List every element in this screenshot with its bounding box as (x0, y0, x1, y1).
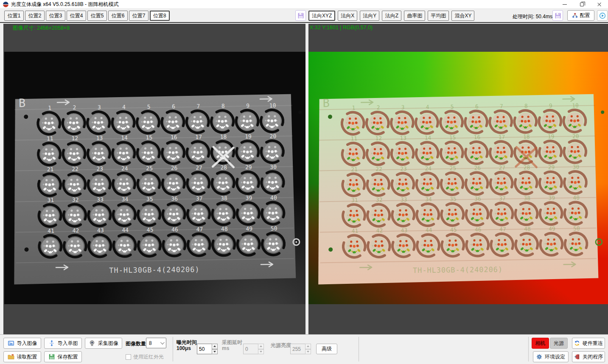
import-images-button[interactable]: 导入图像 (3, 338, 41, 349)
capture-images-button[interactable]: 采集图像 (85, 338, 122, 349)
svg-text:+: + (568, 180, 570, 184)
svg-text:-: - (104, 213, 105, 217)
right-image-view[interactable]: BTH-HL30GB-4(240206)1+-2+-3+-4+-5+-6+-7+… (308, 52, 608, 304)
position-tab-1[interactable]: 位置1 (4, 11, 24, 21)
svg-text:+: + (470, 243, 472, 247)
svg-text:+: + (265, 180, 267, 184)
svg-text:49: 49 (549, 226, 555, 232)
advanced-button[interactable]: 高级 (316, 344, 337, 354)
svg-text:TH-HL30GB-4(240206): TH-HL30GB-4(240206) (413, 265, 503, 274)
processing-time: 处理时间: 50.4ms (512, 13, 552, 20)
position-tab-8[interactable]: 位置8 (150, 11, 170, 21)
svg-text:-: - (203, 181, 204, 185)
svg-text:-: - (153, 181, 154, 185)
config-button[interactable]: 配置 (567, 10, 594, 21)
environment-settings-button[interactable]: 环境设定 (533, 351, 569, 362)
save-config-button[interactable]: 保存配置 (44, 351, 82, 362)
svg-text:+: + (42, 182, 45, 187)
position-tab-3[interactable]: 位置3 (46, 11, 65, 21)
position-tab-7[interactable]: 位置7 (129, 11, 148, 21)
import-single-button[interactable]: 导入单图 (44, 338, 82, 349)
svg-text:+: + (92, 182, 94, 186)
left-image-info: 图像尺寸: 2456×2058×8 (13, 25, 70, 32)
svg-text:37: 37 (196, 195, 203, 202)
delay-input (243, 344, 258, 354)
position-tab-5[interactable]: 位置5 (87, 11, 107, 21)
svg-text:27: 27 (499, 165, 505, 171)
svg-text:+: + (167, 212, 169, 216)
svg-text:-: - (154, 212, 155, 216)
svg-text:+: + (116, 151, 118, 155)
svg-text:B: B (323, 96, 330, 109)
svg-text:26: 26 (474, 165, 481, 171)
floppy-disk-icon (555, 12, 561, 19)
position-tab-4[interactable]: 位置4 (67, 11, 86, 21)
svg-text:-: - (383, 182, 384, 186)
position-tab-6[interactable]: 位置6 (108, 11, 128, 21)
view-tab-6[interactable]: 平均图 (428, 11, 449, 21)
close-program-button[interactable]: 关闭程序 (572, 351, 605, 362)
svg-text:47: 47 (196, 226, 203, 232)
view-tab-3[interactable]: 法向Y (360, 11, 379, 21)
svg-text:-: - (78, 151, 80, 155)
arrow-down-icon (307, 351, 309, 353)
svg-text:+: + (240, 149, 242, 154)
svg-text:9: 9 (246, 103, 249, 109)
view-tab-5[interactable]: 曲率图 (404, 11, 425, 21)
left-image-view[interactable]: BTH-HL30GB-4(240206)1+-2+-3+-4+-5+-6+-7+… (4, 52, 305, 304)
position-tab-2[interactable]: 位置2 (25, 11, 45, 21)
save-result-button[interactable] (552, 10, 563, 21)
svg-text:-: - (228, 242, 230, 246)
svg-text:+: + (568, 149, 570, 154)
svg-text:29: 29 (245, 164, 252, 171)
svg-text:+: + (420, 120, 422, 124)
svg-text:30: 30 (270, 164, 277, 170)
svg-text:15: 15 (146, 134, 152, 141)
green-floppy-icon (48, 353, 55, 360)
svg-text:50: 50 (271, 225, 277, 232)
svg-text:-: - (252, 180, 254, 185)
close-button[interactable] (591, 0, 608, 9)
nir-checkbox[interactable] (126, 354, 131, 360)
folder-icon (8, 353, 14, 360)
view-tab-7[interactable]: 混合XY (451, 11, 474, 21)
svg-text:-: - (457, 212, 458, 216)
svg-text:-: - (456, 120, 457, 124)
svg-text:19: 19 (548, 133, 555, 140)
light-status-button[interactable]: 光源 (550, 338, 568, 349)
window-title: 光度立体成像 x64 V5.0.25.618B - 面阵相机模式 (11, 1, 118, 8)
svg-text:-: - (153, 151, 154, 155)
svg-text:33: 33 (97, 196, 104, 203)
nir-checkbox-label: 使用近红外光 (133, 353, 164, 361)
exposure-input[interactable] (197, 344, 212, 354)
camera-status-button[interactable]: 相机 (532, 338, 549, 349)
svg-text:43: 43 (401, 227, 408, 233)
svg-text:22: 22 (72, 166, 78, 172)
read-config-button[interactable]: 读取配置 (3, 351, 41, 362)
brightness-input (290, 344, 305, 354)
svg-text:10: 10 (572, 102, 579, 109)
svg-text:18: 18 (220, 134, 227, 140)
hardware-reconnect-button[interactable]: 硬件重连 (572, 338, 605, 349)
run-button[interactable] (597, 10, 608, 21)
svg-text:23: 23 (400, 165, 407, 172)
view-tab-2[interactable]: 法向X (338, 11, 357, 21)
image-count-select[interactable]: 8 (146, 338, 166, 348)
svg-text:+: + (191, 212, 193, 216)
svg-text:-: - (482, 242, 483, 246)
svg-text:+: + (67, 213, 70, 217)
svg-text:24: 24 (425, 165, 431, 172)
panel-divider[interactable] (305, 24, 308, 334)
svg-text:-: - (54, 151, 55, 156)
nir-checkbox-row[interactable]: 使用近红外光 (126, 353, 164, 361)
svg-text:+: + (167, 243, 169, 247)
exposure-increment-button[interactable] (212, 344, 218, 349)
restore-button[interactable] (573, 0, 591, 9)
view-tab-4[interactable]: 法向Z (382, 11, 401, 21)
save-image-button[interactable] (295, 10, 306, 21)
svg-text:33: 33 (401, 196, 407, 203)
exposure-decrement-button[interactable] (212, 349, 218, 355)
minimize-button[interactable] (556, 0, 573, 9)
svg-text:+: + (92, 213, 94, 217)
view-tab-1[interactable]: 法向XYZ (308, 11, 335, 21)
